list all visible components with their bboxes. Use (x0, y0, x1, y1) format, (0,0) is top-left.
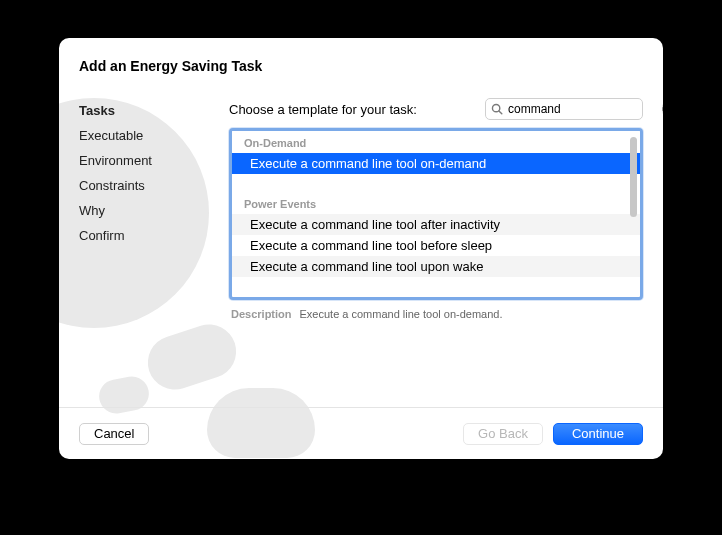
sidebar-item-environment[interactable]: Environment (79, 148, 229, 173)
search-field[interactable] (485, 98, 643, 120)
scrollbar-thumb[interactable] (630, 137, 637, 217)
sidebar-item-why[interactable]: Why (79, 198, 229, 223)
template-item[interactable]: Execute a command line tool before sleep (232, 235, 640, 256)
template-item[interactable]: Execute a command line tool on-demand (232, 153, 640, 174)
svg-line-1 (499, 111, 502, 114)
sidebar-item-tasks[interactable]: Tasks (79, 98, 229, 123)
section-header-on-demand: On-Demand (232, 131, 640, 153)
template-item[interactable]: Execute a command line tool upon wake (232, 256, 640, 277)
template-item[interactable]: Execute a command line tool after inacti… (232, 214, 640, 235)
description-row: Description Execute a command line tool … (229, 300, 643, 328)
clear-search-button[interactable] (662, 102, 663, 116)
continue-button[interactable]: Continue (553, 423, 643, 445)
close-icon (662, 105, 663, 113)
template-prompt-label: Choose a template for your task: (229, 102, 475, 117)
sidebar: Tasks Executable Environment Constraints… (79, 88, 229, 407)
go-back-button: Go Back (463, 423, 543, 445)
cancel-button[interactable]: Cancel (79, 423, 149, 445)
sidebar-item-executable[interactable]: Executable (79, 123, 229, 148)
main-panel: Choose a template for your task: On-Dema… (229, 88, 643, 407)
template-list[interactable]: On-Demand Execute a command line tool on… (229, 128, 643, 300)
search-icon (490, 102, 504, 116)
dialog-window: Add an Energy Saving Task Tasks Executab… (59, 38, 663, 459)
sidebar-item-constraints[interactable]: Constraints (79, 173, 229, 198)
list-spacer (232, 174, 640, 192)
section-header-power-events: Power Events (232, 192, 640, 214)
dialog-title: Add an Energy Saving Task (79, 58, 643, 74)
description-text: Execute a command line tool on-demand. (300, 308, 503, 320)
description-label: Description (231, 308, 292, 320)
dialog-footer: Cancel Go Back Continue (59, 407, 663, 459)
sidebar-item-confirm[interactable]: Confirm (79, 223, 229, 248)
search-input[interactable] (504, 102, 662, 116)
